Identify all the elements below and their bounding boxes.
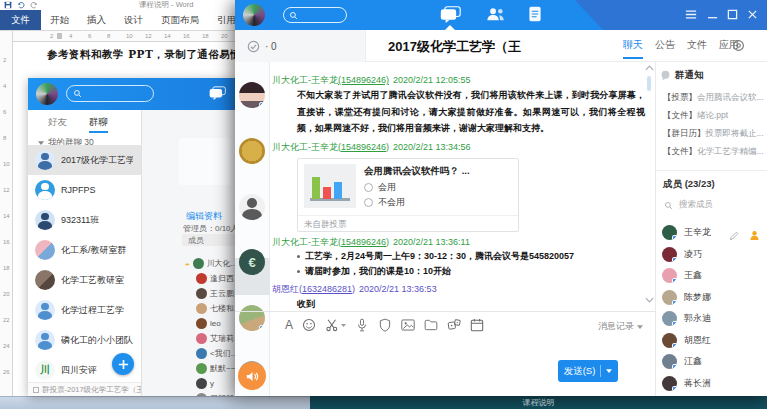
word-tab[interactable]: 页面布局: [152, 10, 208, 30]
group-list-item[interactable]: 化工系/教研室群: [28, 235, 141, 265]
group-list-item[interactable]: 932311班: [28, 205, 141, 235]
word-tab[interactable]: 设计: [115, 10, 152, 30]
save-icon[interactable]: [4, 1, 12, 9]
member-list: 王辛龙凌巧王鑫陈梦娜郭永迪胡恩红江鑫蒋长洲蒋97340: [656, 222, 767, 396]
session-avatar[interactable]: [239, 305, 265, 331]
sender-name[interactable]: 川大化工-王辛龙: [272, 237, 338, 247]
member-row[interactable]: 胡恩红: [656, 330, 767, 352]
menu-icon[interactable]: [685, 9, 697, 20]
font-icon[interactable]: A: [285, 318, 293, 332]
sender-qq-link[interactable]: (154896246): [338, 142, 389, 152]
profile-member-row[interactable]: 川大化..: [142, 256, 235, 271]
input-area[interactable]: A 消息记录 发送(S): [270, 311, 655, 396]
image-icon[interactable]: [401, 318, 415, 332]
member-row[interactable]: 王鑫: [656, 265, 767, 287]
send-button[interactable]: 发送(S): [558, 360, 618, 382]
group-list-item[interactable]: 磷化工的小小团队: [28, 325, 141, 355]
user-avatar[interactable]: [243, 4, 265, 26]
profile-member-row[interactable]: 艾瑞莉..: [142, 331, 235, 346]
profile-member-row[interactable]: y: [142, 376, 235, 391]
poll-option[interactable]: 会用: [364, 181, 396, 194]
profile-member-row[interactable]: 逢归西..: [142, 271, 235, 286]
radio-icon[interactable]: [364, 198, 373, 207]
word-tab[interactable]: 插入: [78, 10, 115, 30]
user-avatar[interactable]: [36, 83, 58, 105]
qq-tab-groups[interactable]: 群聊: [89, 116, 108, 133]
word-tab[interactable]: 开始: [41, 10, 78, 30]
minimize-icon[interactable]: [707, 9, 718, 20]
group-list-item[interactable]: 化学工艺教研室: [28, 265, 141, 295]
profile-member-row[interactable]: 王云鹏: [142, 286, 235, 301]
member-row[interactable]: 江鑫: [656, 351, 767, 373]
sender-name[interactable]: 川大化工-王辛龙: [272, 75, 338, 85]
chat-tab[interactable]: 文件: [687, 38, 707, 59]
close-icon[interactable]: [747, 9, 758, 20]
session-avatar[interactable]: [239, 138, 265, 164]
folder-icon[interactable]: [424, 318, 438, 332]
member-row[interactable]: 凌巧: [656, 244, 767, 266]
qq-tab-friends[interactable]: 好友: [48, 116, 67, 133]
profile-member-row[interactable]: leo: [142, 316, 235, 331]
indent-marker[interactable]: [57, 33, 62, 39]
member-search-input[interactable]: 搜索成员: [664, 199, 713, 211]
profile-member-row[interactable]: 贝望望: [142, 391, 235, 396]
notice-item[interactable]: 【群日历】投票即将截止...: [663, 125, 765, 143]
member-row[interactable]: 蒋长洲: [656, 373, 767, 395]
add-group-button[interactable]: [112, 353, 134, 375]
group-list-item[interactable]: RJPFPS: [28, 175, 141, 205]
word-tab[interactable]: 文件: [0, 10, 41, 30]
docs-tab-icon[interactable]: [527, 5, 543, 23]
sender-qq-link[interactable]: (154896246): [338, 237, 389, 247]
redo-icon[interactable]: [30, 1, 38, 9]
edit-profile-link[interactable]: 编辑资料: [186, 210, 222, 223]
session-avatar[interactable]: [239, 82, 265, 108]
notice-item[interactable]: 【投票】会用腾讯会议软...: [663, 89, 765, 107]
checkin-chip[interactable]: · 0: [235, 30, 366, 62]
group-list-item[interactable]: 化学过程工艺学: [28, 295, 141, 325]
gear-icon[interactable]: [732, 39, 745, 52]
speaker-button[interactable]: [238, 362, 266, 390]
contacts-tab-icon[interactable]: [485, 6, 506, 23]
sender-qq-link[interactable]: (1632486281): [299, 284, 355, 294]
session-avatar[interactable]: €: [239, 249, 265, 275]
member-row[interactable]: 蒋97340: [656, 394, 767, 396]
notice-item[interactable]: 【文件】化学工艺学精编...: [663, 143, 765, 161]
profile-member-row[interactable]: 七楼和..: [142, 301, 235, 316]
chevron-down-icon[interactable]: [645, 297, 654, 303]
poll-option[interactable]: 不会用: [364, 196, 405, 209]
session-avatar[interactable]: [239, 194, 265, 220]
qq-search-input[interactable]: [66, 85, 154, 102]
notice-item[interactable]: 【文件】绪论.ppt: [663, 107, 765, 125]
sender-name[interactable]: 川大化工-王辛龙: [272, 142, 338, 152]
profile-member-row[interactable]: <我们..: [142, 346, 235, 361]
sender-qq-link[interactable]: (154896246): [338, 75, 389, 85]
scrollbar-thumb[interactable]: [647, 76, 651, 91]
pencil-icon[interactable]: [729, 227, 739, 245]
emoji-icon[interactable]: [302, 318, 316, 332]
chevron-up-icon[interactable]: [645, 65, 654, 71]
chat-tab-icon[interactable]: [440, 6, 461, 24]
bottom-scroll-strip[interactable]: [0, 396, 310, 409]
sender-name[interactable]: 胡恩红: [272, 284, 299, 294]
calendar-icon[interactable]: [470, 318, 484, 332]
screenshot-icon[interactable]: [325, 318, 346, 332]
bullet-text: 请届时参加，我们的课是10：10开始: [305, 265, 451, 278]
poll-card[interactable]: 会用腾讯会议软件吗？ ...会用不会用来自群投票: [297, 158, 519, 232]
member-row[interactable]: 陈梦娜: [656, 287, 767, 309]
member-row[interactable]: 王辛龙: [656, 222, 767, 244]
radio-icon[interactable]: [364, 183, 373, 192]
group-list-item[interactable]: 2017级化学工艺学 (3: [28, 145, 141, 175]
chat-tab[interactable]: 聊天: [623, 38, 643, 59]
member-row[interactable]: 郭永迪: [656, 308, 767, 330]
profile-member-row[interactable]: 默默~~: [142, 361, 235, 376]
undo-icon[interactable]: [17, 1, 25, 9]
qq-status-bar[interactable]: 群投票-2017级化学工艺学（王: [28, 382, 141, 396]
message-icon[interactable]: [209, 86, 226, 101]
chat-search-input[interactable]: [283, 7, 347, 23]
message-history-button[interactable]: 消息记录: [598, 320, 643, 333]
guard-icon[interactable]: [378, 318, 392, 332]
maximize-icon[interactable]: [727, 9, 738, 20]
chat-tab[interactable]: 公告: [655, 38, 675, 59]
shake-icon[interactable]: [447, 318, 461, 332]
mic-icon[interactable]: [355, 318, 369, 332]
